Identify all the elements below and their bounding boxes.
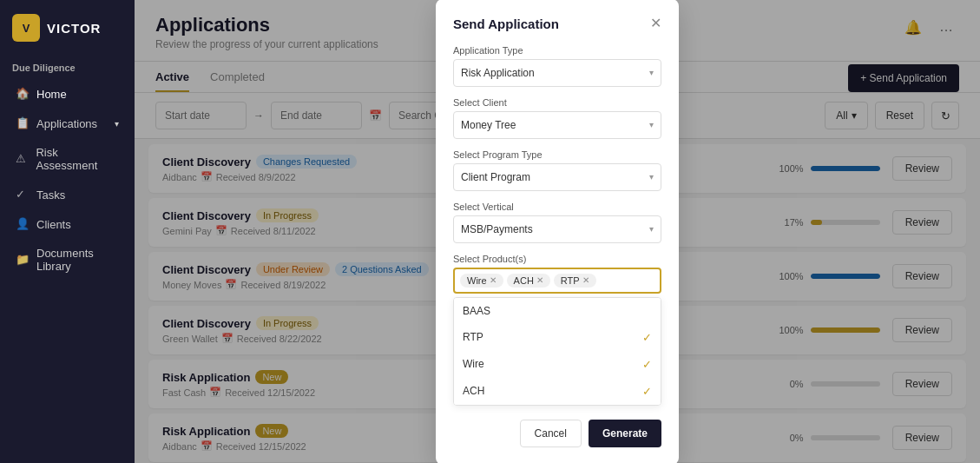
- generate-button[interactable]: Generate: [589, 420, 661, 447]
- sidebar-item-label: Documents Library: [36, 247, 119, 273]
- program-type-select[interactable]: Client Program ▾: [453, 163, 661, 191]
- sidebar-item-applications[interactable]: 📋 Applications ▾: [7, 109, 128, 137]
- logo-text: VICTOR: [47, 21, 101, 36]
- chevron-down-icon: ▾: [649, 224, 654, 234]
- chevron-down-icon: ▾: [649, 68, 654, 77]
- sidebar-item-label: Clients: [36, 218, 71, 231]
- dropdown-item-wire[interactable]: Wire ✓: [454, 351, 661, 378]
- products-search-input[interactable]: [600, 273, 654, 288]
- vertical-value: MSB/Payments: [461, 223, 533, 235]
- remove-wire-button[interactable]: ✕: [490, 275, 497, 285]
- select-client-value: Money Tree: [461, 119, 516, 131]
- products-container[interactable]: Wire ✕ ACH ✕ RTP ✕: [453, 268, 661, 294]
- tag-ach: ACH ✕: [507, 274, 550, 288]
- dropdown-item-rtp[interactable]: RTP ✓: [454, 324, 661, 351]
- sidebar-item-clients[interactable]: 👤 Clients: [7, 210, 128, 238]
- dropdown-item-baas[interactable]: BAAS: [454, 298, 661, 324]
- tasks-icon: ✓: [16, 188, 30, 202]
- modal-backdrop: Send Application ✕ Application Type Risk…: [135, 0, 980, 463]
- vertical-label: Select Vertical: [453, 202, 661, 212]
- tag-wire: Wire ✕: [460, 274, 503, 288]
- dropdown-item-label: RTP: [463, 331, 483, 343]
- remove-ach-button[interactable]: ✕: [536, 275, 543, 285]
- vertical-select[interactable]: MSB/Payments ▾: [453, 215, 661, 243]
- logo-icon: V: [12, 14, 40, 42]
- sidebar-item-tasks[interactable]: ✓ Tasks: [7, 181, 128, 208]
- application-type-value: Risk Application: [461, 67, 535, 79]
- check-icon: ✓: [642, 385, 652, 398]
- modal-title: Send Application: [453, 17, 559, 31]
- application-type-label: Application Type: [453, 45, 661, 56]
- vertical-field: Select Vertical MSB/Payments ▾: [453, 202, 661, 243]
- check-icon: ✓: [642, 331, 652, 344]
- check-icon: ✓: [642, 358, 652, 371]
- sidebar-item-label: Risk Assessment: [36, 146, 119, 172]
- sidebar-section-title: Due Diligence: [0, 56, 135, 76]
- dropdown-item-label: ACH: [463, 385, 484, 397]
- sidebar-nav: 🏠 Home 📋 Applications ▾ ⚠ Risk Assessmen…: [0, 76, 135, 283]
- dropdown-item-label: Wire: [463, 358, 484, 370]
- modal-footer: Cancel Generate: [453, 420, 661, 447]
- risk-icon: ⚠: [16, 152, 29, 166]
- select-client-field: Select Client Money Tree ▾: [453, 97, 661, 139]
- program-type-label: Select Program Type: [453, 149, 661, 160]
- dropdown-item-ach[interactable]: ACH ✓: [454, 378, 661, 405]
- sidebar-item-home[interactable]: 🏠 Home: [7, 80, 128, 108]
- documents-icon: 📁: [16, 253, 30, 267]
- tag-rtp: RTP ✕: [554, 274, 596, 288]
- application-type-select[interactable]: Risk Application ▾: [453, 59, 661, 87]
- chevron-down-icon: ▾: [649, 172, 654, 182]
- program-type-field: Select Program Type Client Program ▾: [453, 149, 661, 191]
- chevron-down-icon: ▾: [649, 120, 654, 129]
- modal-header: Send Application ✕: [453, 17, 661, 31]
- cancel-button[interactable]: Cancel: [520, 420, 582, 447]
- send-application-modal: Send Application ✕ Application Type Risk…: [436, 0, 679, 463]
- tags-row: Wire ✕ ACH ✕ RTP ✕: [460, 273, 654, 288]
- select-client-select[interactable]: Money Tree ▾: [453, 111, 661, 139]
- products-label: Select Product(s): [453, 254, 661, 264]
- sidebar-item-risk-assessment[interactable]: ⚠ Risk Assessment: [7, 139, 128, 179]
- chevron-down-icon: ▾: [115, 119, 119, 129]
- modal-close-button[interactable]: ✕: [650, 17, 661, 30]
- sidebar-item-label: Home: [36, 88, 67, 101]
- program-type-value: Client Program: [461, 171, 530, 183]
- home-icon: 🏠: [16, 87, 30, 101]
- sidebar-logo: V VICTOR: [0, 0, 135, 56]
- sidebar: V VICTOR Due Diligence 🏠 Home 📋 Applicat…: [0, 0, 135, 463]
- products-field: Select Product(s) Wire ✕ ACH ✕ RTP: [453, 254, 661, 406]
- application-type-field: Application Type Risk Application ▾: [453, 45, 661, 87]
- sidebar-item-label: Tasks: [36, 189, 65, 202]
- clients-icon: 👤: [16, 217, 30, 231]
- select-client-label: Select Client: [453, 97, 661, 108]
- products-dropdown: BAAS RTP ✓ Wire ✓ ACH ✓: [453, 297, 661, 406]
- remove-rtp-button[interactable]: ✕: [582, 275, 589, 285]
- sidebar-item-label: Applications: [36, 117, 97, 130]
- main-content: Applications Review the progress of your…: [135, 0, 980, 463]
- sidebar-item-documents[interactable]: 📁 Documents Library: [7, 240, 128, 280]
- applications-icon: 📋: [16, 116, 30, 130]
- dropdown-item-label: BAAS: [463, 305, 490, 317]
